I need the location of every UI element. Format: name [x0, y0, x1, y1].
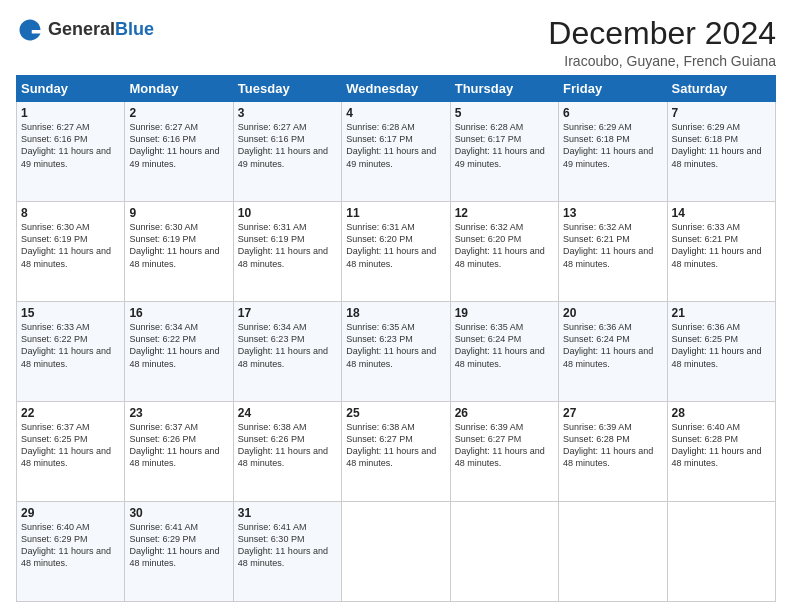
- calendar-cell: 2Sunrise: 6:27 AMSunset: 6:16 PMDaylight…: [125, 102, 233, 202]
- day-detail: Sunrise: 6:40 AMSunset: 6:29 PMDaylight:…: [21, 522, 111, 568]
- main-title: December 2024: [548, 16, 776, 51]
- calendar-cell: 16Sunrise: 6:34 AMSunset: 6:22 PMDayligh…: [125, 302, 233, 402]
- day-number: 11: [346, 206, 445, 220]
- day-detail: Sunrise: 6:35 AMSunset: 6:23 PMDaylight:…: [346, 322, 436, 368]
- day-header: Sunday: [17, 76, 125, 102]
- day-header: Monday: [125, 76, 233, 102]
- day-number: 15: [21, 306, 120, 320]
- day-number: 27: [563, 406, 662, 420]
- calendar-cell: 18Sunrise: 6:35 AMSunset: 6:23 PMDayligh…: [342, 302, 450, 402]
- day-detail: Sunrise: 6:37 AMSunset: 6:25 PMDaylight:…: [21, 422, 111, 468]
- calendar-cell: 13Sunrise: 6:32 AMSunset: 6:21 PMDayligh…: [559, 202, 667, 302]
- day-number: 8: [21, 206, 120, 220]
- calendar-cell: 24Sunrise: 6:38 AMSunset: 6:26 PMDayligh…: [233, 402, 341, 502]
- calendar-cell: 28Sunrise: 6:40 AMSunset: 6:28 PMDayligh…: [667, 402, 775, 502]
- day-number: 12: [455, 206, 554, 220]
- day-number: 30: [129, 506, 228, 520]
- calendar-week-row: 29Sunrise: 6:40 AMSunset: 6:29 PMDayligh…: [17, 502, 776, 602]
- calendar-cell: 29Sunrise: 6:40 AMSunset: 6:29 PMDayligh…: [17, 502, 125, 602]
- day-number: 20: [563, 306, 662, 320]
- calendar-week-row: 15Sunrise: 6:33 AMSunset: 6:22 PMDayligh…: [17, 302, 776, 402]
- calendar-cell: 31Sunrise: 6:41 AMSunset: 6:30 PMDayligh…: [233, 502, 341, 602]
- day-header: Saturday: [667, 76, 775, 102]
- day-number: 26: [455, 406, 554, 420]
- subtitle: Iracoubo, Guyane, French Guiana: [548, 53, 776, 69]
- calendar-cell: 1Sunrise: 6:27 AMSunset: 6:16 PMDaylight…: [17, 102, 125, 202]
- day-number: 19: [455, 306, 554, 320]
- day-header: Wednesday: [342, 76, 450, 102]
- day-number: 5: [455, 106, 554, 120]
- day-detail: Sunrise: 6:35 AMSunset: 6:24 PMDaylight:…: [455, 322, 545, 368]
- day-number: 2: [129, 106, 228, 120]
- day-detail: Sunrise: 6:39 AMSunset: 6:28 PMDaylight:…: [563, 422, 653, 468]
- calendar-table: SundayMondayTuesdayWednesdayThursdayFrid…: [16, 75, 776, 602]
- calendar-cell: [667, 502, 775, 602]
- day-number: 13: [563, 206, 662, 220]
- day-detail: Sunrise: 6:38 AMSunset: 6:27 PMDaylight:…: [346, 422, 436, 468]
- day-detail: Sunrise: 6:32 AMSunset: 6:21 PMDaylight:…: [563, 222, 653, 268]
- title-block: December 2024 Iracoubo, Guyane, French G…: [548, 16, 776, 69]
- day-detail: Sunrise: 6:30 AMSunset: 6:19 PMDaylight:…: [129, 222, 219, 268]
- day-number: 4: [346, 106, 445, 120]
- day-detail: Sunrise: 6:28 AMSunset: 6:17 PMDaylight:…: [346, 122, 436, 168]
- day-detail: Sunrise: 6:41 AMSunset: 6:29 PMDaylight:…: [129, 522, 219, 568]
- calendar-cell: 3Sunrise: 6:27 AMSunset: 6:16 PMDaylight…: [233, 102, 341, 202]
- day-detail: Sunrise: 6:36 AMSunset: 6:25 PMDaylight:…: [672, 322, 762, 368]
- logo-blue: Blue: [115, 19, 154, 39]
- day-detail: Sunrise: 6:33 AMSunset: 6:21 PMDaylight:…: [672, 222, 762, 268]
- day-detail: Sunrise: 6:28 AMSunset: 6:17 PMDaylight:…: [455, 122, 545, 168]
- day-detail: Sunrise: 6:34 AMSunset: 6:22 PMDaylight:…: [129, 322, 219, 368]
- day-number: 24: [238, 406, 337, 420]
- logo-general: General: [48, 19, 115, 39]
- day-detail: Sunrise: 6:29 AMSunset: 6:18 PMDaylight:…: [672, 122, 762, 168]
- calendar-cell: 12Sunrise: 6:32 AMSunset: 6:20 PMDayligh…: [450, 202, 558, 302]
- day-number: 22: [21, 406, 120, 420]
- calendar-cell: 23Sunrise: 6:37 AMSunset: 6:26 PMDayligh…: [125, 402, 233, 502]
- day-header: Tuesday: [233, 76, 341, 102]
- day-number: 3: [238, 106, 337, 120]
- day-header: Thursday: [450, 76, 558, 102]
- day-detail: Sunrise: 6:31 AMSunset: 6:20 PMDaylight:…: [346, 222, 436, 268]
- logo-text: GeneralBlue: [48, 20, 154, 40]
- logo-icon: [16, 16, 44, 44]
- calendar-cell: [342, 502, 450, 602]
- day-number: 31: [238, 506, 337, 520]
- calendar-cell: 11Sunrise: 6:31 AMSunset: 6:20 PMDayligh…: [342, 202, 450, 302]
- day-detail: Sunrise: 6:34 AMSunset: 6:23 PMDaylight:…: [238, 322, 328, 368]
- day-detail: Sunrise: 6:38 AMSunset: 6:26 PMDaylight:…: [238, 422, 328, 468]
- calendar-cell: [450, 502, 558, 602]
- day-number: 25: [346, 406, 445, 420]
- calendar-header-row: SundayMondayTuesdayWednesdayThursdayFrid…: [17, 76, 776, 102]
- header: GeneralBlue December 2024 Iracoubo, Guya…: [16, 16, 776, 69]
- day-detail: Sunrise: 6:32 AMSunset: 6:20 PMDaylight:…: [455, 222, 545, 268]
- calendar-cell: 25Sunrise: 6:38 AMSunset: 6:27 PMDayligh…: [342, 402, 450, 502]
- day-detail: Sunrise: 6:39 AMSunset: 6:27 PMDaylight:…: [455, 422, 545, 468]
- day-number: 9: [129, 206, 228, 220]
- calendar-cell: 19Sunrise: 6:35 AMSunset: 6:24 PMDayligh…: [450, 302, 558, 402]
- calendar-cell: 9Sunrise: 6:30 AMSunset: 6:19 PMDaylight…: [125, 202, 233, 302]
- day-number: 29: [21, 506, 120, 520]
- day-number: 23: [129, 406, 228, 420]
- calendar-cell: 27Sunrise: 6:39 AMSunset: 6:28 PMDayligh…: [559, 402, 667, 502]
- day-detail: Sunrise: 6:41 AMSunset: 6:30 PMDaylight:…: [238, 522, 328, 568]
- day-number: 1: [21, 106, 120, 120]
- day-number: 10: [238, 206, 337, 220]
- calendar-week-row: 1Sunrise: 6:27 AMSunset: 6:16 PMDaylight…: [17, 102, 776, 202]
- day-detail: Sunrise: 6:37 AMSunset: 6:26 PMDaylight:…: [129, 422, 219, 468]
- day-header: Friday: [559, 76, 667, 102]
- day-number: 18: [346, 306, 445, 320]
- logo: GeneralBlue: [16, 16, 154, 44]
- calendar-cell: 5Sunrise: 6:28 AMSunset: 6:17 PMDaylight…: [450, 102, 558, 202]
- calendar-cell: 4Sunrise: 6:28 AMSunset: 6:17 PMDaylight…: [342, 102, 450, 202]
- calendar-cell: 20Sunrise: 6:36 AMSunset: 6:24 PMDayligh…: [559, 302, 667, 402]
- calendar-cell: 10Sunrise: 6:31 AMSunset: 6:19 PMDayligh…: [233, 202, 341, 302]
- day-detail: Sunrise: 6:29 AMSunset: 6:18 PMDaylight:…: [563, 122, 653, 168]
- calendar-cell: [559, 502, 667, 602]
- day-number: 7: [672, 106, 771, 120]
- day-detail: Sunrise: 6:30 AMSunset: 6:19 PMDaylight:…: [21, 222, 111, 268]
- day-detail: Sunrise: 6:36 AMSunset: 6:24 PMDaylight:…: [563, 322, 653, 368]
- day-detail: Sunrise: 6:27 AMSunset: 6:16 PMDaylight:…: [129, 122, 219, 168]
- day-number: 21: [672, 306, 771, 320]
- day-detail: Sunrise: 6:40 AMSunset: 6:28 PMDaylight:…: [672, 422, 762, 468]
- calendar-cell: 8Sunrise: 6:30 AMSunset: 6:19 PMDaylight…: [17, 202, 125, 302]
